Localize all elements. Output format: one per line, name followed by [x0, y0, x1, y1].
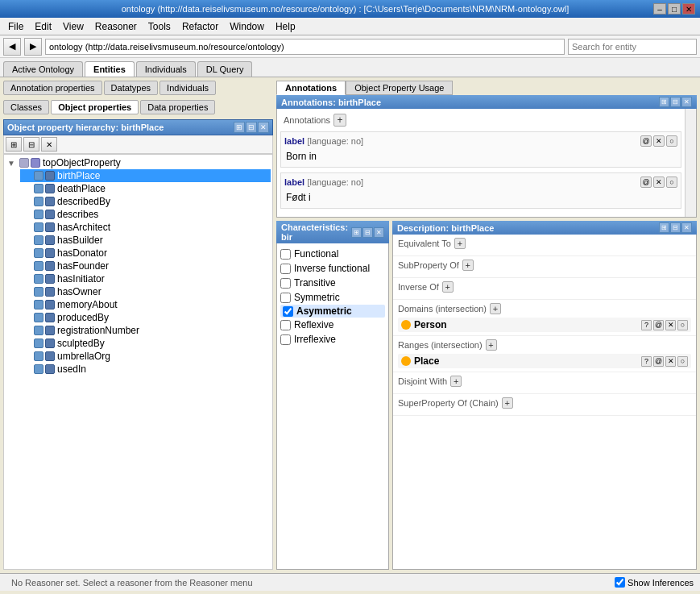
tree-node-registrationNumber[interactable]: registrationNumber [20, 324, 271, 337]
range-edit-btn[interactable]: ○ [677, 356, 688, 367]
add-equivalent-button[interactable]: + [454, 238, 466, 249]
annotation-x-btn-0[interactable]: ✕ [653, 135, 665, 147]
forward-button[interactable]: ▶ [24, 38, 42, 56]
tab-dl-query[interactable]: DL Query [197, 61, 253, 77]
tab-entities[interactable]: Entities [85, 61, 135, 77]
tree-node-deathPlace[interactable]: deathPlace [20, 182, 271, 195]
menu-view[interactable]: View [58, 19, 89, 34]
tab-object-properties[interactable]: Object properties [51, 100, 139, 114]
show-inferences-checkbox[interactable] [615, 577, 625, 588]
tab-data-properties[interactable]: Data properties [140, 100, 215, 114]
tree-node-topObjectProperty[interactable]: ▼ topObjectProperty [6, 156, 271, 169]
add-disjoint-button[interactable]: + [450, 376, 462, 387]
menu-tools[interactable]: Tools [143, 19, 176, 34]
tree-label: describes [57, 209, 98, 220]
menu-help[interactable]: Help [271, 19, 300, 34]
add-range-button[interactable]: + [486, 339, 497, 351]
tab-individuals[interactable]: Individuals [159, 81, 216, 95]
checkbox-transitive[interactable] [280, 278, 291, 289]
checkbox-inverse-functional[interactable] [280, 264, 291, 274]
annotations-scrollbar[interactable] [685, 109, 696, 217]
tab-datatypes[interactable]: Datatypes [104, 81, 159, 95]
tree-node-hasDonator[interactable]: hasDonator [20, 247, 271, 260]
tree-node-umbrellaOrg[interactable]: umbrellaOrg [20, 350, 271, 363]
minimize-button[interactable]: – [653, 3, 666, 15]
add-domain-button[interactable]: + [490, 303, 501, 314]
tree-node-hasArchitect[interactable]: hasArchitect [20, 221, 271, 234]
tree-controls: ⊞ ⊟ ✕ [234, 122, 269, 133]
tab-active-ontology[interactable]: Active Ontology [3, 61, 83, 77]
search-input[interactable] [568, 39, 697, 55]
add-inverse-button[interactable]: + [442, 281, 454, 293]
tree-node-sculptedBy[interactable]: sculptedBy [20, 337, 271, 350]
domain-edit-btn[interactable]: ○ [677, 320, 688, 330]
checkbox-irreflexive[interactable] [280, 334, 291, 345]
tree-node-describedBy[interactable]: describedBy [20, 195, 271, 208]
tree-node-usedIn[interactable]: usedIn [20, 363, 271, 376]
tree-expand-all[interactable]: ⊞ [6, 137, 22, 152]
checkbox-symmetric[interactable] [280, 293, 291, 303]
range-at-btn[interactable]: @ [653, 356, 664, 367]
panel-header-btn2[interactable]: ⊟ [670, 97, 681, 107]
tree-delete[interactable]: ✕ [41, 137, 57, 152]
menu-reasoner[interactable]: Reasoner [90, 19, 142, 34]
tab-individuals[interactable]: Individuals [136, 61, 196, 77]
maximize-button[interactable]: □ [668, 3, 681, 15]
annotation-x-btn-1[interactable]: ✕ [653, 177, 665, 188]
tree-node-producedBy[interactable]: producedBy [20, 311, 271, 324]
close-button[interactable]: ✕ [682, 3, 695, 15]
char-header-btn2[interactable]: ⊟ [362, 227, 373, 238]
tree-node-birthPlace[interactable]: birthPlace [20, 169, 271, 182]
annotation-edit-btn-1[interactable]: ○ [666, 177, 677, 188]
tree-node-describes[interactable]: describes [20, 208, 271, 221]
tree-ctrl-2[interactable]: ⊟ [246, 122, 257, 133]
add-subproperty-button[interactable]: + [462, 260, 474, 271]
tree-label-topObjectProperty: topObjectProperty [43, 157, 121, 168]
tree-ctrl-1[interactable]: ⊞ [234, 122, 245, 133]
tab-annotations[interactable]: Annotations [276, 81, 346, 95]
tab-annotation-properties[interactable]: Annotation properties [3, 81, 102, 95]
address-input[interactable] [45, 39, 565, 55]
menu-refactor[interactable]: Refactor [177, 19, 223, 34]
tree-node-hasInitiator[interactable]: hasInitiator [20, 272, 271, 285]
tree-collapse-all[interactable]: ⊟ [23, 137, 39, 152]
char-header-btn1[interactable]: ⊞ [351, 227, 362, 238]
panel-header-btn3[interactable]: ✕ [681, 97, 692, 107]
domain-entity-name: Person [401, 319, 447, 330]
annotation-edit-btn-0[interactable]: ○ [666, 135, 677, 147]
prop-icon [34, 184, 43, 193]
desc-header-btn3[interactable]: ✕ [681, 222, 692, 233]
menu-edit[interactable]: Edit [30, 19, 56, 34]
tree-node-memoryAbout[interactable]: memoryAbout [20, 298, 271, 311]
annotation-at-btn-1[interactable]: @ [640, 177, 652, 188]
tree-body[interactable]: ▼ topObjectProperty [3, 154, 273, 570]
tree-node-hasFounder[interactable]: hasFounder [20, 260, 271, 272]
desc-header-btn1[interactable]: ⊞ [659, 222, 669, 233]
domain-question-btn[interactable]: ? [641, 320, 652, 330]
annotation-at-btn-0[interactable]: @ [640, 135, 652, 147]
add-superproperty-button[interactable]: + [502, 397, 513, 409]
menu-window[interactable]: Window [225, 19, 269, 34]
range-question-btn[interactable]: ? [641, 356, 652, 367]
domain-at-btn[interactable]: @ [653, 320, 664, 330]
prop-icon [34, 274, 43, 284]
checkbox-reflexive[interactable] [280, 320, 291, 330]
tab-object-property-usage[interactable]: Object Property Usage [346, 81, 453, 95]
checkbox-asymmetric[interactable] [283, 306, 293, 317]
tree-node-hasBuilder[interactable]: hasBuilder [20, 234, 271, 247]
checkbox-functional[interactable] [280, 249, 291, 260]
tree-ctrl-3[interactable]: ✕ [258, 122, 269, 133]
annotation-lang-1: [language: no] [307, 177, 363, 187]
add-annotation-button[interactable]: + [333, 114, 346, 127]
back-button[interactable]: ◀ [3, 38, 21, 56]
menu-file[interactable]: File [3, 19, 28, 34]
description-panel: Description: birthPlace ⊞ ⊟ ✕ Equivalent… [392, 221, 697, 570]
panel-header-btn1[interactable]: ⊞ [659, 97, 669, 107]
range-x-btn[interactable]: ✕ [665, 356, 676, 367]
domain-x-btn[interactable]: ✕ [665, 320, 676, 330]
annotations-title: Annotations: birthPlace [281, 98, 381, 107]
tab-classes[interactable]: Classes [3, 100, 49, 114]
tree-node-hasOwner[interactable]: hasOwner [20, 285, 271, 298]
desc-header-btn2[interactable]: ⊟ [670, 222, 681, 233]
char-header-btn3[interactable]: ✕ [374, 227, 384, 238]
